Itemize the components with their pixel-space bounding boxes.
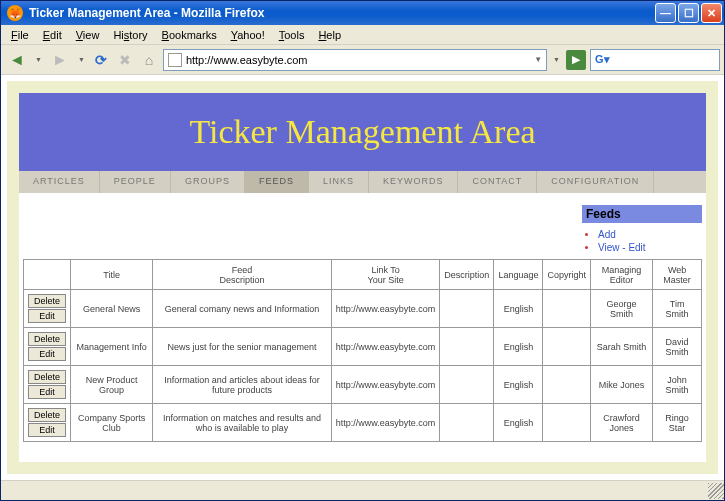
cell-master: John Smith: [653, 366, 702, 404]
cell-copyright: [543, 366, 591, 404]
col-description: Description: [440, 260, 494, 290]
cell-copyright: [543, 290, 591, 328]
url-history-dropdown[interactable]: ▼: [551, 56, 562, 63]
table-header: Title FeedDescription Link ToYour Site D…: [24, 260, 702, 290]
cell-feed-desc: News just for the senior management: [153, 328, 332, 366]
edit-button[interactable]: Edit: [28, 309, 66, 323]
forward-dropdown[interactable]: ▼: [76, 56, 87, 63]
reload-button[interactable]: ⟳: [91, 50, 111, 70]
tab-keywords[interactable]: KEYWORDS: [369, 171, 459, 193]
delete-button[interactable]: Delete: [28, 294, 66, 308]
tab-articles[interactable]: ARTICLES: [19, 171, 100, 193]
sidebar-link-add[interactable]: Add: [598, 229, 616, 240]
cell-link: http://www.easybyte.com: [331, 404, 440, 442]
cell-description: [440, 290, 494, 328]
tab-feeds[interactable]: FEEDS: [245, 171, 309, 193]
delete-button[interactable]: Delete: [28, 408, 66, 422]
cell-master: Tim Smith: [653, 290, 702, 328]
col-link: Link ToYour Site: [331, 260, 440, 290]
page-icon: [168, 53, 182, 67]
table-row: DeleteEditGeneral NewsGeneral comany new…: [24, 290, 702, 328]
menubar: File Edit View History Bookmarks Yahoo! …: [1, 25, 724, 45]
cell-language: English: [494, 328, 543, 366]
cell-title: New Product Group: [71, 366, 153, 404]
minimize-button[interactable]: —: [655, 3, 676, 23]
cell-copyright: [543, 328, 591, 366]
page-title: Ticker Management Area: [189, 113, 535, 151]
go-button[interactable]: ▶: [566, 50, 586, 70]
cell-title: Management Info: [71, 328, 153, 366]
col-actions: [24, 260, 71, 290]
edit-button[interactable]: Edit: [28, 423, 66, 437]
feeds-table: Title FeedDescription Link ToYour Site D…: [23, 259, 702, 442]
sidebar-link-view-edit[interactable]: View - Edit: [598, 242, 646, 253]
forward-button: ►: [48, 48, 72, 72]
cell-language: English: [494, 290, 543, 328]
cell-editor: Mike Jones: [590, 366, 652, 404]
tab-links[interactable]: LINKS: [309, 171, 369, 193]
content-area: Ticker Management Area ARTICLES PEOPLE G…: [1, 75, 724, 480]
cell-feed-desc: General comany news and Information: [153, 290, 332, 328]
cell-title: General News: [71, 290, 153, 328]
cell-feed-desc: Information and articles about ideas for…: [153, 366, 332, 404]
browser-window: 🦊 Ticker Management Area - Mozilla Firef…: [0, 0, 725, 501]
cell-title: Company Sports Club: [71, 404, 153, 442]
window-title: Ticker Management Area - Mozilla Firefox: [27, 6, 655, 20]
cell-master: David Smith: [653, 328, 702, 366]
table-row: DeleteEditCompany Sports ClubInformation…: [24, 404, 702, 442]
titlebar[interactable]: 🦊 Ticker Management Area - Mozilla Firef…: [1, 1, 724, 25]
cell-editor: Sarah Smith: [590, 328, 652, 366]
edit-button[interactable]: Edit: [28, 385, 66, 399]
url-text: http://www.easybyte.com: [186, 54, 308, 66]
cell-editor: Crawford Jones: [590, 404, 652, 442]
cell-description: [440, 404, 494, 442]
cell-link: http://www.easybyte.com: [331, 328, 440, 366]
tab-contact[interactable]: CONTACT: [458, 171, 537, 193]
url-dropdown-icon[interactable]: ▼: [534, 55, 542, 64]
menu-edit[interactable]: Edit: [37, 27, 68, 43]
sidebar-heading: Feeds: [582, 205, 702, 223]
delete-button[interactable]: Delete: [28, 332, 66, 346]
search-engine-icon[interactable]: G▾: [595, 53, 610, 66]
tab-groups[interactable]: GROUPS: [171, 171, 245, 193]
stop-button: ✖: [115, 50, 135, 70]
page-frame: Ticker Management Area ARTICLES PEOPLE G…: [7, 81, 718, 474]
url-bar[interactable]: http://www.easybyte.com ▼: [163, 49, 547, 71]
col-editor: ManagingEditor: [590, 260, 652, 290]
cell-copyright: [543, 404, 591, 442]
cell-feed-desc: Information on matches and results and w…: [153, 404, 332, 442]
cell-link: http://www.easybyte.com: [331, 366, 440, 404]
back-dropdown[interactable]: ▼: [33, 56, 44, 63]
menu-view[interactable]: View: [70, 27, 106, 43]
tab-people[interactable]: PEOPLE: [100, 171, 171, 193]
cell-description: [440, 328, 494, 366]
nav-toolbar: ◄ ▼ ► ▼ ⟳ ✖ ⌂ http://www.easybyte.com ▼ …: [1, 45, 724, 75]
tab-filler: [654, 171, 706, 193]
menu-help[interactable]: Help: [312, 27, 347, 43]
cell-link: http://www.easybyte.com: [331, 290, 440, 328]
close-button[interactable]: ✕: [701, 3, 722, 23]
table-row: DeleteEditNew Product GroupInformation a…: [24, 366, 702, 404]
cell-language: English: [494, 404, 543, 442]
search-box[interactable]: G▾: [590, 49, 720, 71]
statusbar: [1, 480, 724, 500]
cell-description: [440, 366, 494, 404]
col-master: WebMaster: [653, 260, 702, 290]
delete-button[interactable]: Delete: [28, 370, 66, 384]
cell-master: Ringo Star: [653, 404, 702, 442]
cell-editor: George Smith: [590, 290, 652, 328]
edit-button[interactable]: Edit: [28, 347, 66, 361]
menu-file[interactable]: File: [5, 27, 35, 43]
cell-language: English: [494, 366, 543, 404]
tab-configuration[interactable]: CONFIGURATION: [537, 171, 654, 193]
back-button[interactable]: ◄: [5, 48, 29, 72]
col-copyright: Copyright: [543, 260, 591, 290]
resize-grip[interactable]: [708, 483, 724, 499]
table-row: DeleteEditManagement InfoNews just for t…: [24, 328, 702, 366]
menu-yahoo[interactable]: Yahoo!: [225, 27, 271, 43]
menu-bookmarks[interactable]: Bookmarks: [156, 27, 223, 43]
home-button[interactable]: ⌂: [139, 50, 159, 70]
maximize-button[interactable]: ☐: [678, 3, 699, 23]
menu-tools[interactable]: Tools: [273, 27, 311, 43]
menu-history[interactable]: History: [107, 27, 153, 43]
